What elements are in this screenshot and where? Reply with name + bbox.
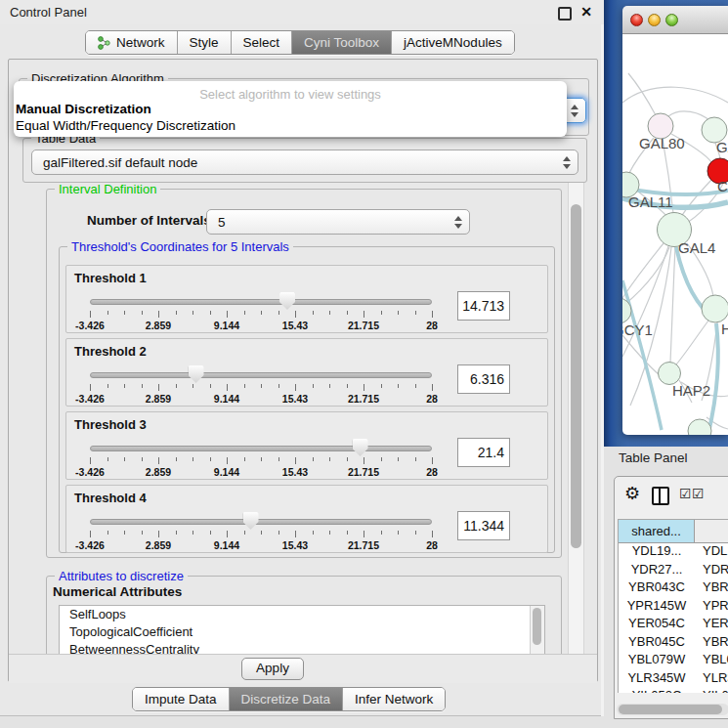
tick-mark [210,531,211,535]
close-icon[interactable]: ✕ [580,4,592,20]
tab-infer-network[interactable]: Infer Network [343,688,445,710]
dropdown-option-manual[interactable]: Manual Discretization [16,102,151,116]
tick-label: -3.426 [75,539,105,551]
tick-mark [329,384,330,388]
slider-track[interactable] [90,519,432,525]
table-data-combobox[interactable]: galFiltered.sif default node [31,150,578,175]
threshold-slider[interactable]: -3.4262.8599.14415.4321.71528 [90,436,432,477]
table-horizontal-scrollbar[interactable] [617,704,728,715]
table-row[interactable]: YLR345WYLR3 [619,670,728,689]
apply-strip: Apply [9,654,597,683]
cell-name: YDR2 [695,562,728,580]
tick-mark [261,311,262,315]
network-canvas[interactable]: GAL80 GA C GAL11 GAL4 GCY1 H HAP2 [622,34,728,435]
tick-mark [432,531,433,537]
float-window-icon[interactable] [558,7,572,21]
tick-mark [313,531,314,535]
tick-label: 2.859 [146,539,171,551]
threshold-slider[interactable]: -3.4262.8599.14415.4321.71528 [90,363,432,404]
threshold-value-field[interactable]: 6.316 [457,364,510,394]
tick-mark [347,311,348,315]
threshold-value-field[interactable]: 14.713 [457,291,510,321]
cell-shared-name: YPR145W [619,598,695,617]
close-traffic-light-icon[interactable] [630,14,643,26]
interval-definition-group: Interval Definition Number of Intervals … [46,189,562,558]
slider-thumb-icon[interactable] [243,512,259,530]
tick-mark [398,531,399,535]
gear-icon[interactable]: ⚙ [624,483,640,504]
node-label: GAL11 [628,193,673,210]
threshold-slider[interactable]: -3.4262.8599.14415.4321.71528 [90,509,432,550]
attributes-group: Attributes to discretize Numerical Attri… [46,576,562,654]
tick-mark [347,457,348,461]
table-row[interactable]: YPR145WYPR1 [619,598,728,617]
tick-mark [381,531,382,535]
column-header-name[interactable]: na [695,520,728,543]
tab-select[interactable]: Select [232,31,293,54]
tab-network[interactable]: Network [86,31,178,54]
node-bottom[interactable] [688,419,711,435]
tick-mark [142,311,143,315]
threshold-value-field[interactable]: 21.4 [457,438,510,467]
tick-mark [176,384,177,388]
node-h[interactable] [702,295,728,322]
cell-shared-name: YBR045C [619,634,695,653]
list-item[interactable]: TopologicalCoefficient [60,623,544,641]
tab-impute-data[interactable]: Impute Data [133,688,230,710]
tick-mark [158,311,159,318]
checkbox-icon[interactable]: ☑ [692,486,705,501]
tick-mark [398,457,399,461]
scrollbar-thumb[interactable] [619,705,722,714]
slider-track[interactable] [90,372,432,378]
slider-track[interactable] [90,446,432,451]
number-of-intervals-combobox[interactable]: 5 [206,209,470,235]
combo-arrows-icon [570,105,578,117]
slider-thumb-icon[interactable] [353,439,368,456]
tab-discretize-data[interactable]: Discretize Data [230,688,344,710]
table-row[interactable]: YIL052CYIL0 [619,688,728,693]
list-scrollbar[interactable] [530,606,544,654]
node-label: HAP2 [672,382,710,399]
dropdown-option-equal-width[interactable]: Equal Width/Frequency Discretization [16,118,236,133]
settings-scrollbar[interactable] [568,183,584,654]
slider-track[interactable] [90,299,432,305]
tick-mark [244,384,245,388]
tab-style[interactable]: Style [178,31,232,54]
table-row[interactable]: YBR043CYBR0 [619,579,728,598]
table-row[interactable]: YER054CYER0 [619,616,728,634]
slider-thumb-icon[interactable] [189,365,204,383]
numerical-attributes-list[interactable]: SelfLoops TopologicalCoefficient Between… [59,605,545,654]
minimize-traffic-light-icon[interactable] [648,14,661,26]
tab-jactivemnodules[interactable]: jActiveMNodules [392,31,514,54]
top-tab-bar: Network Style Select Cyni Toolbox jActiv… [85,30,515,55]
threshold-slider[interactable]: -3.4262.8599.14415.4321.71528 [90,289,432,330]
threshold-value-field[interactable]: 11.344 [457,511,510,540]
table-row[interactable]: YDR27...YDR2 [619,562,728,580]
table-row[interactable]: YBL079WYBL0 [619,652,728,670]
number-of-intervals-label: Number of Intervals [87,213,211,228]
tick-mark [142,531,143,535]
checkbox-icon[interactable]: ☑ [679,486,692,501]
table-row[interactable]: YBR045CYBR0 [619,634,728,653]
list-item[interactable]: BetweennessCentrality [60,641,544,654]
tab-cyni-toolbox[interactable]: Cyni Toolbox [292,31,392,54]
scrollbar-thumb[interactable] [533,608,541,645]
table-panel-title: Table Panel [619,450,688,465]
column-header-shared-name[interactable]: shared... [619,520,695,543]
scrollbar-thumb[interactable] [571,204,581,548]
zoom-traffic-light-icon[interactable] [665,14,678,26]
tick-mark [90,531,91,537]
slider-thumb-icon[interactable] [279,292,295,310]
tick-mark [124,311,125,315]
table-row[interactable]: YDL19...YDL1 [619,543,728,562]
apply-button[interactable]: Apply [241,658,304,680]
table-data-value: galFiltered.sif default node [43,155,197,170]
tick-mark [227,531,228,537]
network-view-window: GAL80 GA C GAL11 GAL4 GCY1 H HAP2 [622,6,728,435]
tick-label: 28 [426,466,438,478]
split-view-icon[interactable] [652,487,669,505]
tick-label: 21.715 [348,539,379,551]
combo-arrows-icon [562,156,571,169]
tick-mark [107,384,108,388]
list-item[interactable]: SelfLoops [60,606,544,623]
